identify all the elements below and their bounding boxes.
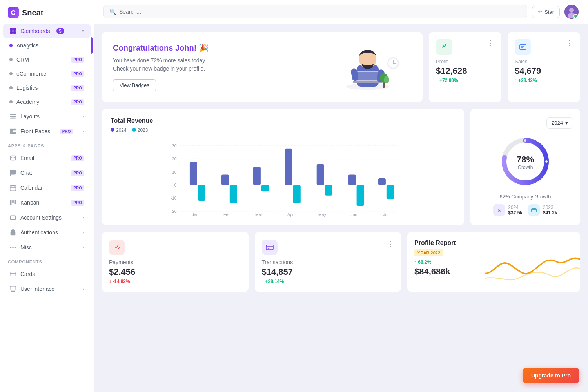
transactions-change: ↑ +28.14% (262, 279, 394, 284)
star-label: Star (544, 9, 554, 15)
svg-rect-63 (253, 167, 261, 185)
sidebar-item-cards[interactable]: Cards (3, 267, 91, 281)
year-2023-icon (528, 204, 540, 216)
analytics-label: Analytics (16, 42, 38, 49)
payments-menu-icon[interactable]: ⋮ (234, 240, 241, 248)
logo-text: Sneat (22, 8, 43, 17)
svg-rect-62 (230, 185, 237, 203)
avatar[interactable] (564, 5, 579, 19)
upgrade-to-pro-button[interactable]: Upgrade to Pro (523, 368, 579, 383)
revenue-header: Total Revenue 2024 2023 ⋮ (111, 117, 456, 133)
sidebar-item-crm[interactable]: CRM PRO (3, 53, 91, 66)
svg-text:0: 0 (174, 183, 177, 187)
sidebar-item-email[interactable]: Email PRO (3, 151, 91, 165)
sales-menu-icon[interactable]: ⋮ (566, 39, 573, 47)
authentications-chevron: › (83, 230, 84, 235)
revenue-title: Total Revenue (111, 117, 153, 124)
donut-chart: 78% Growth (498, 134, 553, 191)
company-growth-label: 62% Company Growth (500, 194, 551, 200)
logo-area: Sneat (0, 0, 94, 24)
sidebar-item-layouts[interactable]: Layouts › (3, 109, 91, 123)
svg-rect-4 (10, 114, 16, 115)
content-area: Congratulations John! 🎉 You have done 72… (94, 24, 588, 392)
profile-report-year-badge: YEAR 2022 (414, 249, 443, 256)
star-button[interactable]: ☆ Star (532, 6, 560, 18)
svg-rect-22 (10, 286, 16, 290)
payments-card: ⋮ Payments $2,456 ↓ -14.82% (102, 232, 249, 292)
year-2024-label: 2024 (508, 205, 523, 210)
profit-change: ↑ +72.80% (436, 78, 494, 83)
sales-icon-wrap (515, 39, 531, 55)
svg-point-27 (568, 13, 575, 18)
growth-card: 2024 ▾ (470, 109, 580, 225)
user-interface-label: User interface (20, 286, 54, 292)
svg-rect-70 (357, 185, 364, 206)
profit-icon-wrap (436, 39, 452, 55)
calendar-label: Calendar (20, 185, 43, 191)
sidebar-item-logistics[interactable]: Logistics PRO (3, 81, 91, 94)
year-select-button[interactable]: 2024 ▾ (546, 117, 573, 129)
sales-value: $4,679 (515, 66, 573, 76)
sidebar-item-analytics[interactable]: Analytics (3, 39, 91, 52)
search-input[interactable] (119, 9, 521, 15)
transactions-card: ⋮ Transactions $14,857 ↑ +28.14% (255, 232, 401, 292)
sidebar-item-account-settings[interactable]: Account Settings › (3, 211, 91, 225)
sidebar-item-calendar[interactable]: Calendar PRO (3, 181, 91, 195)
front-pages-label: Front Pages (20, 128, 50, 134)
transactions-menu-icon[interactable]: ⋮ (387, 240, 394, 248)
sidebar-item-authentications[interactable]: Authentications › (3, 225, 91, 240)
profit-label: Profit (436, 58, 494, 64)
sidebar-item-user-interface[interactable]: User interface › (3, 282, 91, 296)
svg-rect-2 (10, 31, 13, 34)
sidebar-item-academy[interactable]: Academy PRO (3, 95, 91, 109)
view-badges-button[interactable]: View Badges (113, 79, 156, 91)
sidebar-item-chat[interactable]: Chat PRO (3, 166, 91, 180)
logistics-pro-badge: PRO (71, 85, 84, 91)
svg-rect-59 (190, 162, 197, 185)
svg-text:10: 10 (172, 170, 177, 174)
growth-percentage: 78% (517, 154, 534, 165)
donut-center: 78% Growth (517, 154, 534, 170)
year-stats: $ 2024 $32.5k 2023 $41.2k (493, 204, 557, 216)
transactions-icon (262, 240, 278, 255)
svg-point-83 (545, 160, 548, 163)
profit-arrow: ↑ (436, 78, 438, 83)
payments-arrow: ↓ (109, 279, 111, 284)
header: 🔍 ☆ Star (94, 0, 588, 24)
misc-chevron: › (83, 245, 84, 250)
revenue-row: Total Revenue 2024 2023 ⋮ (102, 109, 580, 225)
svg-rect-87 (266, 245, 273, 250)
sidebar-item-misc[interactable]: Misc › (3, 240, 91, 254)
svg-rect-60 (198, 185, 205, 201)
sidebar-item-dashboards[interactable]: Dashboards 5 ▾ (3, 24, 91, 38)
sidebar-item-kanban[interactable]: Kanban PRO (3, 196, 91, 210)
logo-icon (8, 7, 19, 18)
sidebar-item-ecommerce[interactable]: eCommerce PRO (3, 67, 91, 80)
svg-rect-6 (10, 118, 16, 119)
analytics-dot (9, 44, 13, 47)
email-label: Email (20, 155, 34, 161)
svg-text:Apr: Apr (287, 212, 294, 217)
layouts-chevron: › (83, 114, 84, 119)
svg-rect-71 (378, 178, 386, 185)
svg-rect-84 (532, 209, 536, 212)
sidebar: Sneat Dashboards 5 ▾ Analytics CRM PRO e… (0, 0, 94, 392)
search-wrap[interactable]: 🔍 (103, 5, 527, 18)
dashboards-label: Dashboards (20, 28, 50, 34)
chat-label: Chat (20, 170, 32, 176)
svg-text:Jul: Jul (383, 212, 388, 217)
year-2024-icon: $ (493, 204, 505, 216)
front-pages-chevron: › (83, 129, 84, 134)
svg-rect-8 (13, 129, 16, 131)
revenue-menu-icon[interactable]: ⋮ (448, 121, 456, 129)
svg-rect-0 (10, 28, 13, 31)
sales-change: ↑ +28.42% (515, 78, 573, 83)
sidebar-item-front-pages[interactable]: Front Pages PRO › (3, 124, 91, 138)
payments-label: Payments (109, 259, 241, 265)
profit-card: ⋮ Profit $12,628 ↑ +72.80% (429, 32, 501, 102)
academy-dot (9, 100, 13, 103)
svg-rect-7 (10, 129, 13, 132)
calendar-pro-badge: PRO (71, 185, 84, 191)
ecommerce-label: eCommerce (16, 71, 46, 77)
profit-menu-icon[interactable]: ⋮ (487, 39, 494, 47)
